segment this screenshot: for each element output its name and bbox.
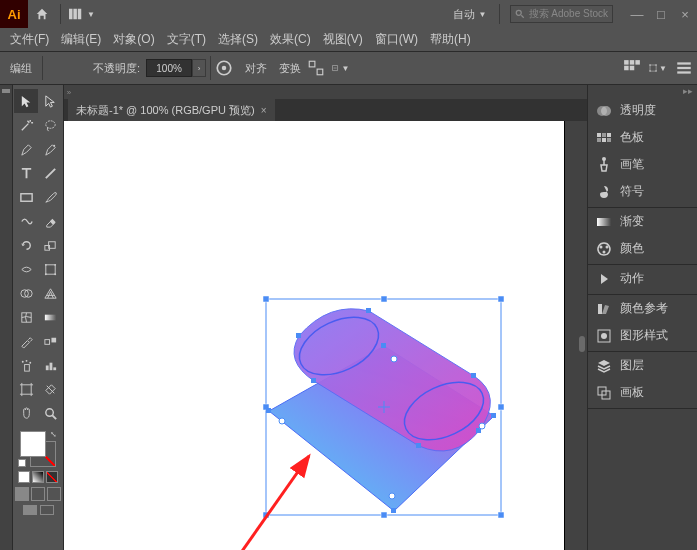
arrange-documents-button[interactable]: ▼ — [65, 4, 99, 24]
panel-actions[interactable]: 动作 — [588, 265, 697, 292]
shape-builder-tool[interactable] — [14, 281, 38, 305]
screen-mode-alt-button[interactable] — [40, 505, 54, 515]
close-button[interactable]: × — [673, 4, 697, 24]
fill-swatch[interactable] — [20, 431, 46, 457]
tools-panel: ⤡ — [13, 85, 64, 550]
svg-point-90 — [603, 250, 606, 253]
slice-tool[interactable] — [38, 377, 62, 401]
svg-rect-39 — [51, 337, 56, 342]
paintbrush-tool[interactable] — [38, 185, 62, 209]
canvas[interactable] — [64, 121, 587, 550]
draw-behind-button[interactable] — [31, 487, 45, 501]
curvature-tool[interactable] — [38, 137, 62, 161]
rotate-tool[interactable] — [14, 233, 38, 257]
menu-select[interactable]: 选择(S) — [212, 29, 264, 50]
none-mode-button[interactable] — [46, 471, 58, 483]
vertical-scrollbar[interactable] — [579, 336, 585, 352]
perspective-grid-tool[interactable] — [38, 281, 62, 305]
svg-rect-80 — [597, 133, 601, 137]
svg-point-6 — [222, 66, 227, 71]
direct-selection-tool[interactable] — [38, 89, 62, 113]
document-tab[interactable]: 未标题-1* @ 100% (RGB/GPU 预览) × — [68, 99, 275, 121]
lasso-tool[interactable] — [38, 113, 62, 137]
draw-normal-button[interactable] — [15, 487, 29, 501]
menu-effect[interactable]: 效果(C) — [264, 29, 317, 50]
panel-artboards[interactable]: 画板 — [588, 379, 697, 406]
eyedropper-tool[interactable] — [14, 329, 38, 353]
transform-panel-button[interactable]: ▼ — [649, 59, 667, 77]
menu-window[interactable]: 窗口(W) — [369, 29, 424, 50]
panel-color[interactable]: 颜色 — [588, 235, 697, 262]
magic-wand-tool[interactable] — [14, 113, 38, 137]
edit-contents-button[interactable]: ▼ — [331, 59, 349, 77]
panel-gradient[interactable]: 渐变 — [588, 208, 697, 235]
panel-graphic-styles[interactable]: 图形样式 — [588, 322, 697, 349]
swap-fill-stroke-icon[interactable]: ⤡ — [48, 429, 58, 439]
type-tool[interactable] — [14, 161, 38, 185]
isolate-button[interactable] — [307, 59, 325, 77]
scale-tool[interactable] — [38, 233, 62, 257]
screen-mode-button[interactable] — [23, 505, 37, 515]
home-button[interactable] — [28, 0, 56, 28]
transparency-icon — [596, 103, 612, 119]
menu-file[interactable]: 文件(F) — [4, 29, 55, 50]
hand-tool[interactable] — [14, 401, 38, 425]
symbol-sprayer-tool[interactable] — [14, 353, 38, 377]
maximize-button[interactable]: □ — [649, 4, 673, 24]
opacity-input[interactable]: 100% — [146, 59, 192, 77]
actions-icon — [596, 271, 612, 287]
blend-tool[interactable] — [38, 329, 62, 353]
menu-view[interactable]: 视图(V) — [317, 29, 369, 50]
draw-inside-button[interactable] — [47, 487, 61, 501]
document-tab-title: 未标题-1* @ 100% (RGB/GPU 预览) — [76, 103, 255, 118]
style-button[interactable] — [215, 59, 233, 77]
align-link[interactable]: 对齐 — [239, 61, 273, 76]
svg-rect-82 — [607, 133, 611, 137]
menu-edit[interactable]: 编辑(E) — [55, 29, 107, 50]
line-segment-tool[interactable] — [38, 161, 62, 185]
svg-point-23 — [53, 144, 55, 146]
left-dock-tabstrip[interactable] — [0, 85, 13, 550]
collapse-dock-button[interactable]: ▸▸ — [588, 85, 697, 97]
panel-brushes[interactable]: 画笔 — [588, 151, 697, 178]
eraser-tool[interactable] — [38, 209, 62, 233]
align-grid-button[interactable] — [623, 59, 641, 77]
fill-stroke-control[interactable]: ⤡ — [18, 429, 58, 469]
selection-tool[interactable] — [14, 89, 38, 113]
colorguide-icon — [596, 301, 612, 317]
panel-layers[interactable]: 图层 — [588, 352, 697, 379]
menu-help[interactable]: 帮助(H) — [424, 29, 477, 50]
artboard-tool[interactable] — [14, 377, 38, 401]
panel-swatches[interactable]: 色板 — [588, 124, 697, 151]
svg-rect-44 — [45, 365, 48, 370]
svg-rect-45 — [49, 362, 52, 370]
menu-object[interactable]: 对象(O) — [107, 29, 160, 50]
panel-color-guide[interactable]: 颜色参考 — [588, 295, 697, 322]
default-fill-stroke-icon[interactable] — [18, 459, 28, 469]
close-tab-icon[interactable]: × — [261, 105, 267, 116]
gradient-tool[interactable] — [38, 305, 62, 329]
shaper-tool[interactable] — [14, 209, 38, 233]
svg-rect-83 — [597, 138, 601, 142]
mesh-tool[interactable] — [14, 305, 38, 329]
color-mode-button[interactable] — [18, 471, 30, 483]
column-graph-tool[interactable] — [38, 353, 62, 377]
width-tool[interactable] — [14, 257, 38, 281]
panel-transparency[interactable]: 透明度 — [588, 97, 697, 124]
opacity-stepper[interactable]: › — [192, 59, 206, 77]
menu-type[interactable]: 文字(T) — [161, 29, 212, 50]
rectangle-tool[interactable] — [14, 185, 38, 209]
svg-rect-29 — [45, 264, 54, 273]
panel-symbols[interactable]: 符号 — [588, 178, 697, 205]
transform-link[interactable]: 变换 — [273, 61, 307, 76]
free-transform-tool[interactable] — [38, 257, 62, 281]
workspace-switcher[interactable]: 自动 ▼ — [445, 4, 495, 24]
zoom-tool[interactable] — [38, 401, 62, 425]
svg-rect-8 — [317, 69, 323, 75]
doc-tabstrip-expander-icon[interactable]: » — [64, 85, 74, 99]
control-menu-button[interactable] — [675, 59, 693, 77]
pen-tool[interactable] — [14, 137, 38, 161]
search-stock-input[interactable]: 搜索 Adobe Stock — [510, 5, 613, 23]
minimize-button[interactable]: — — [625, 4, 649, 24]
gradient-mode-button[interactable] — [32, 471, 44, 483]
